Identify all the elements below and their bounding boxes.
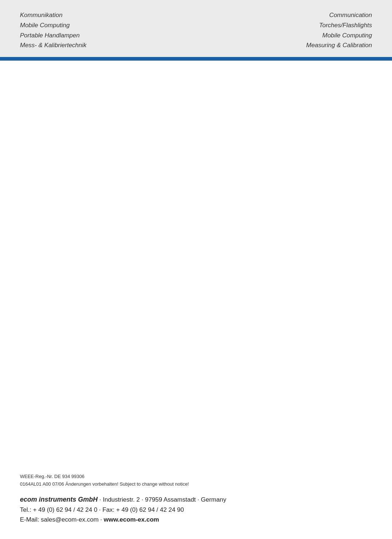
header-left-line4: Mess- & Kalibriertechnik	[20, 41, 86, 50]
blue-divider-bar	[0, 57, 392, 61]
footer-company-block: ecom instruments GmbH · Industriestr. 2 …	[20, 494, 372, 524]
header-left-line2: Mobile Computing	[20, 21, 86, 30]
website: www.ecom-ex.com	[104, 516, 159, 523]
header: Kommunikation Mobile Computing Portable …	[0, 0, 392, 57]
header-right-line3: Mobile Computing	[306, 31, 372, 40]
header-right-line4: Measuring & Calibration	[306, 41, 372, 50]
header-right-line2: Torches/Flashlights	[306, 21, 372, 30]
email-prefix: E-Mail: sales@ecom-ex.com ·	[20, 516, 104, 523]
weee-line1: WEEE-Reg.-Nr. DE 934 99306	[20, 473, 372, 480]
footer: WEEE-Reg.-Nr. DE 934 99306 0164AL01 A00 …	[0, 473, 392, 539]
page: Kommunikation Mobile Computing Portable …	[0, 0, 392, 539]
header-left: Kommunikation Mobile Computing Portable …	[20, 11, 86, 50]
header-right: Communication Torches/Flashlights Mobile…	[306, 11, 372, 50]
header-left-line1: Kommunikation	[20, 11, 86, 20]
footer-address-line: ecom instruments GmbH · Industriestr. 2 …	[20, 494, 372, 505]
company-address: · Industriestr. 2 · 97959 Assamstadt · G…	[98, 496, 226, 503]
footer-tel-line: Tel.: + 49 (0) 62 94 / 42 24 0 · Fax: + …	[20, 505, 372, 515]
header-left-line3: Portable Handlampen	[20, 31, 86, 40]
weee-line2: 0164AL01 A00 07/06 Änderungen vorbehalte…	[20, 481, 372, 488]
company-name: ecom instruments GmbH	[20, 496, 98, 503]
footer-email-line: E-Mail: sales@ecom-ex.com · www.ecom-ex.…	[20, 515, 372, 524]
main-content-area	[0, 61, 392, 473]
header-right-line1: Communication	[306, 11, 372, 20]
